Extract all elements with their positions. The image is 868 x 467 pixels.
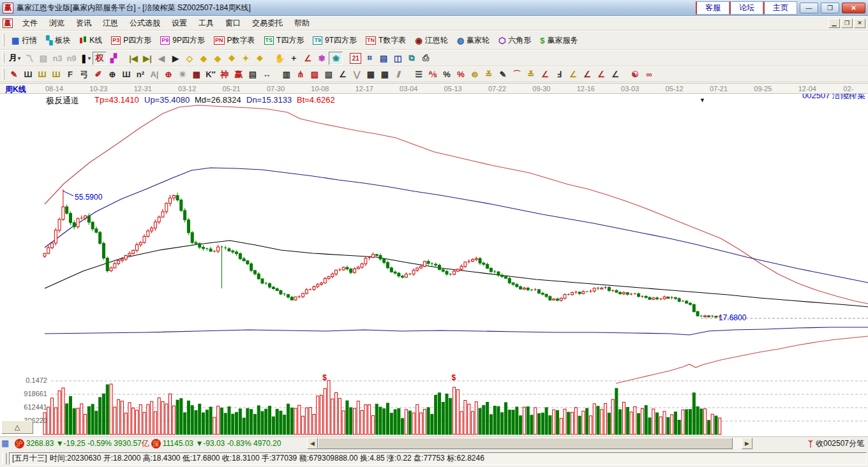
indicator-panel-button[interactable]: △ xyxy=(1,420,33,434)
angle-four-button[interactable]: ∠ xyxy=(608,68,622,81)
print-button[interactable]: ⎙ xyxy=(419,52,433,65)
hexagon-button[interactable]: ⬡六角形 xyxy=(494,33,535,48)
scroll-right-button[interactable]: ▶ xyxy=(742,438,752,449)
v-lines-button[interactable]: ⋁ xyxy=(350,68,364,81)
angle-god-button[interactable]: ∠ xyxy=(580,68,594,81)
span-arrows-button[interactable]: ↔ xyxy=(260,68,274,81)
percent-button[interactable]: % xyxy=(440,68,454,81)
scroll-left-button[interactable]: ◀ xyxy=(307,438,318,449)
notepad-button[interactable]: ▤ xyxy=(377,52,391,65)
screen-capture-button[interactable]: ⧉ xyxy=(405,52,419,65)
dark-fan-box-button[interactable]: ▧ xyxy=(322,68,336,81)
gold-fence-1-button[interactable]: Ш xyxy=(35,68,49,81)
mdi-restore-button[interactable]: ❐ xyxy=(841,19,853,28)
shenzhen-index-quote[interactable]: 11145.03 ▼-93.03 -0.83% 4970.20 xyxy=(163,439,281,448)
scrollbar-thumb[interactable] xyxy=(318,438,733,449)
angle-j-button[interactable]: ∠ xyxy=(538,68,552,81)
angle-lines-button[interactable]: ∠ xyxy=(336,68,350,81)
market-quotes-button[interactable]: ▦行情 xyxy=(7,33,41,48)
t-number-table-button[interactable]: TNT数字表 xyxy=(361,33,410,48)
menu-item[interactable]: 帮助 xyxy=(288,16,315,31)
gann-box-button[interactable]: ▥ xyxy=(280,68,294,81)
black-grid-1-button[interactable]: ▦ xyxy=(364,68,378,81)
gold-levels-2-button[interactable]: ≚ xyxy=(524,68,538,81)
calendar-button[interactable]: 21 xyxy=(350,53,361,64)
9p-square-button[interactable]: P99P四方形 xyxy=(156,33,209,48)
diamond-tool-2-button[interactable]: ◆ xyxy=(197,52,211,65)
target-circle-button[interactable]: ⊕ xyxy=(161,68,176,81)
colored-indicator-button[interactable]: ▞ xyxy=(107,52,121,65)
ruler-123-button[interactable]: ▤ xyxy=(246,68,260,81)
infinity-button[interactable]: ∞ xyxy=(642,68,656,81)
red-grid-button[interactable]: ▩ xyxy=(190,68,204,81)
t-square-button[interactable]: TST四方形 xyxy=(260,33,309,48)
f-fence-button[interactable]: F xyxy=(63,68,77,81)
diamond-tool-6-button[interactable]: ⬥ xyxy=(253,52,267,65)
menu-item[interactable]: 公式选股 xyxy=(124,16,166,31)
ex-rights-button[interactable]: 权 xyxy=(93,52,107,65)
next-page-button[interactable]: ▶ xyxy=(168,52,183,65)
menu-item[interactable]: 工具 xyxy=(193,16,220,31)
minimize-button[interactable]: — xyxy=(800,3,818,13)
red-fan-button[interactable]: ⋔ xyxy=(294,68,308,81)
gann-wheel-button[interactable]: ◉江恩轮 xyxy=(410,33,452,48)
diagonal-lines-button[interactable]: ⫽ xyxy=(392,68,406,81)
market-grid-icon[interactable]: ▦ xyxy=(1,439,11,448)
save-button[interactable]: ◫ xyxy=(391,52,405,65)
kline-button[interactable]: K线 xyxy=(75,33,107,48)
angle-gold-button[interactable]: ∠ xyxy=(566,68,580,81)
angle-win-button[interactable]: ∠ xyxy=(594,68,608,81)
gold-circle-button[interactable]: ⊜ xyxy=(468,68,482,81)
gold-fence-2-button[interactable]: Ш xyxy=(49,68,63,81)
winner-wheel-button[interactable]: ◍赢家轮 xyxy=(453,33,494,48)
p-square-button[interactable]: P3P四方形 xyxy=(107,33,156,48)
percent-red-button[interactable]: % xyxy=(454,68,468,81)
close-button[interactable]: ✕ xyxy=(842,3,865,13)
candle-style-button[interactable]: ❚▾ xyxy=(79,52,93,65)
menu-item[interactable]: 江恩 xyxy=(97,16,124,31)
a-line-button[interactable]: A| xyxy=(147,68,161,81)
quick-link-kefu[interactable]: 客服 xyxy=(696,1,730,15)
wheel-gray-button[interactable]: ✳ xyxy=(176,68,190,81)
menu-item[interactable]: 设置 xyxy=(166,16,193,31)
p-number-table-button[interactable]: PNP数字表 xyxy=(209,33,260,48)
diamond-tool-4-button[interactable]: ❖ xyxy=(225,52,239,65)
hand-drag-button[interactable]: ✋ xyxy=(273,52,287,65)
first-page-button[interactable]: |◀ xyxy=(126,52,140,65)
gann-shape-b-button[interactable]: ❀ xyxy=(329,52,343,65)
scrollbar-track[interactable] xyxy=(318,438,742,449)
menu-item[interactable]: 交易委托 xyxy=(246,16,288,31)
prev-page-button[interactable]: ◀ xyxy=(154,52,168,65)
red-arc-button[interactable]: ⌒ xyxy=(510,68,524,81)
circle-ticks-button[interactable]: ⊕ xyxy=(105,68,119,81)
plain-fence-button[interactable]: Ш xyxy=(119,68,133,81)
shanghai-index-quote[interactable]: 3268.83 ▼-19.25 -0.59% 3930.57亿 xyxy=(26,438,149,449)
draw-pen-button[interactable]: ✎ xyxy=(7,68,21,81)
chart-canvas[interactable] xyxy=(0,94,868,436)
9t-square-button[interactable]: T99T四方形 xyxy=(308,33,361,48)
black-grid-2-button[interactable]: ▦ xyxy=(378,68,392,81)
mdi-minimize-button[interactable]: ▁ xyxy=(828,19,840,28)
angle-measure-button[interactable]: ∠ xyxy=(301,52,315,65)
sectors-button[interactable]: ▚板块 xyxy=(41,33,75,48)
gann-shape-a-button[interactable]: ✾ xyxy=(315,52,329,65)
horizontal-scrollbar[interactable]: ◀ ▶ xyxy=(307,438,752,449)
menu-item[interactable]: 资讯 xyxy=(70,16,97,31)
quick-link-home[interactable]: 主页 xyxy=(763,1,797,15)
calculator-button[interactable]: ⌗ xyxy=(363,52,377,65)
red-fan-box-button[interactable]: ▨ xyxy=(308,68,322,81)
stamp-tool-button[interactable]: ✐ xyxy=(91,68,105,81)
percent-tool-button[interactable]: ⅍ xyxy=(426,68,440,81)
god-fence-button[interactable]: 神 xyxy=(218,68,232,81)
menu-item[interactable]: 窗口 xyxy=(220,16,246,31)
menu-item[interactable]: 浏览 xyxy=(43,16,70,31)
diamond-tool-1-button[interactable]: ◇ xyxy=(183,52,197,65)
k-quote-button[interactable]: K″ xyxy=(204,68,218,81)
period-selector-button[interactable]: 月▾ xyxy=(7,52,22,65)
tick-feed-status[interactable]: ᛉ 收002507分笔 xyxy=(808,438,864,449)
spiral-tool-button[interactable]: 弓 xyxy=(77,68,91,81)
winner-service-button[interactable]: $赢家服务 xyxy=(535,33,582,48)
restore-button[interactable]: ❐ xyxy=(821,3,839,13)
price-levels-button[interactable]: ☰ xyxy=(412,68,426,81)
diamond-tool-3-button[interactable]: ◈ xyxy=(211,52,225,65)
